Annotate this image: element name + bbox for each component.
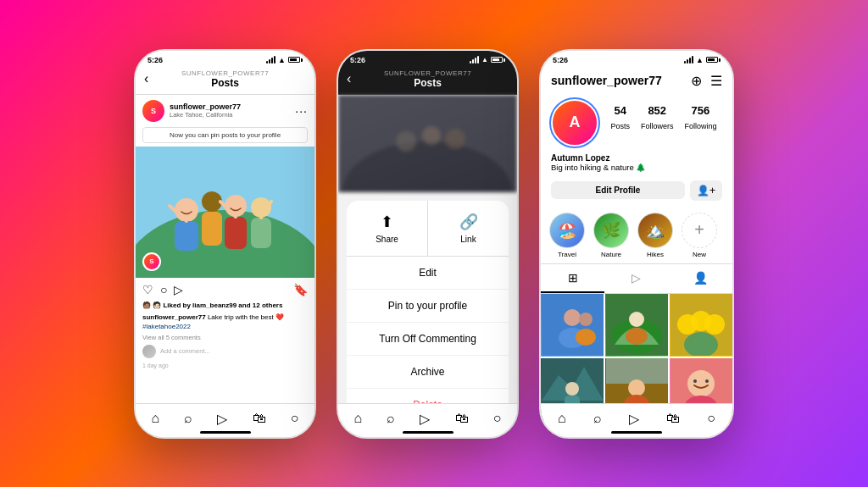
nav-reels-2[interactable]: ▷ <box>420 411 430 427</box>
like-icon-1[interactable]: ♡ <box>142 283 153 296</box>
share-icon-1[interactable]: ▷ <box>174 283 183 296</box>
svg-point-30 <box>704 314 725 335</box>
caption-user-1[interactable]: sunflower_power77 <box>142 313 206 321</box>
context-commenting-btn[interactable]: Turn Off Commenting <box>347 323 509 356</box>
post-header-left-1: S sunflower_power77 Lake Tahoe, Californ… <box>142 100 241 122</box>
menu-icon-3[interactable]: ☰ <box>710 73 722 89</box>
highlight-circle-nature-3: 🌿 <box>593 213 629 248</box>
link-icon-2: 🔗 <box>459 213 478 231</box>
nav-reels-3[interactable]: ▷ <box>629 411 639 427</box>
nav-profile-3[interactable]: ○ <box>707 411 715 426</box>
context-share-btn[interactable]: ⬆ Share <box>347 201 428 256</box>
svg-point-19 <box>564 309 581 326</box>
time-1: 5:26 <box>147 56 163 64</box>
follow-suggestions-btn-3[interactable]: 👤+ <box>690 180 722 201</box>
bio-name-3: Autumn Lopez <box>551 153 722 163</box>
highlight-label-travel-3: Travel <box>558 251 576 258</box>
svg-point-43 <box>705 379 709 383</box>
blurred-overlay-2 <box>338 95 517 192</box>
context-pin-btn[interactable]: Pin to your profile <box>347 290 509 323</box>
post-avatar-1[interactable]: S <box>142 100 164 122</box>
highlight-new-3[interactable]: + New <box>682 213 717 258</box>
photo-cell-2[interactable] <box>605 294 668 357</box>
signal-bars-2 <box>470 56 479 64</box>
highlight-label-hikes-3: Hikes <box>647 251 664 258</box>
stat-followers-3[interactable]: 852 Followers <box>641 104 674 132</box>
edit-profile-btn-3[interactable]: Edit Profile <box>551 181 685 199</box>
back-arrow-2[interactable]: ‹ <box>347 71 351 86</box>
svg-point-22 <box>576 329 596 346</box>
time-2: 5:26 <box>350 56 365 64</box>
svg-rect-3 <box>175 221 198 251</box>
svg-point-26 <box>626 328 648 345</box>
nav-home-1[interactable]: ⌂ <box>152 411 160 426</box>
pin-notice-1: Now you can pin posts to your profile <box>142 127 308 143</box>
svg-rect-7 <box>225 217 247 249</box>
svg-point-15 <box>396 131 416 152</box>
hashtag-1[interactable]: #laketahoe2022 <box>142 323 191 330</box>
post-image-1: S <box>136 147 314 278</box>
post-image-svg-1 <box>136 147 314 278</box>
context-archive-btn[interactable]: Archive <box>347 356 509 389</box>
highlight-travel-3[interactable]: 🏖️ Travel <box>549 213 585 258</box>
bookmark-icon-1[interactable]: 🔖 <box>293 283 308 296</box>
profile-header-icons-3: ⊕ ☰ <box>691 73 722 89</box>
bio-text-3: Big into hiking & nature 🌲 <box>551 163 722 172</box>
nav-search-3[interactable]: ⌕ <box>593 411 602 426</box>
tab-tagged-3[interactable]: 👤 <box>669 264 732 293</box>
svg-point-25 <box>629 312 644 327</box>
highlight-nature-3[interactable]: 🌿 Nature <box>593 213 629 258</box>
nav-profile-2[interactable]: ○ <box>493 411 502 426</box>
back-arrow-1[interactable]: ‹ <box>144 71 148 86</box>
context-link-btn[interactable]: 🔗 Link <box>428 201 509 256</box>
photo-cell-3[interactable] <box>670 294 732 357</box>
context-edit-btn[interactable]: Edit <box>347 257 509 290</box>
comment-input-1[interactable]: Add a comment... <box>160 347 210 355</box>
page-header-content-1: SUNFLOWER_POWER77 Posts <box>181 69 269 89</box>
nav-shop-3[interactable]: 🛍 <box>666 411 680 426</box>
page-title-2: Posts <box>384 77 471 89</box>
nav-profile-1[interactable]: ○ <box>291 411 299 426</box>
add-post-icon-3[interactable]: ⊕ <box>691 73 702 89</box>
time-3: 5:26 <box>553 56 568 64</box>
nav-reels-1[interactable]: ▷ <box>217 411 227 427</box>
highlight-label-nature-3: Nature <box>601 251 621 258</box>
svg-point-2 <box>175 198 198 222</box>
stat-followers-num-3: 852 <box>641 104 674 117</box>
highlight-hikes-3[interactable]: 🏔️ Hikes <box>637 213 673 258</box>
nav-home-3[interactable]: ⌂ <box>558 411 566 426</box>
profile-bio-3: Autumn Lopez Big into hiking & nature 🌲 <box>541 153 732 177</box>
share-label-2: Share <box>376 235 398 244</box>
profile-stats-3: A 54 Posts 852 Followers 756 Following <box>541 92 732 153</box>
svg-rect-5 <box>202 212 222 246</box>
svg-point-40 <box>687 370 715 397</box>
image-avatar-1: S <box>142 252 161 271</box>
post-username-1[interactable]: sunflower_power77 <box>170 102 241 112</box>
battery-2 <box>491 57 505 63</box>
nav-search-2[interactable]: ⌕ <box>387 411 395 426</box>
tab-reels-3[interactable]: ▷ <box>604 264 668 293</box>
profile-tabs-3: ⊞ ▷ 👤 <box>541 263 732 294</box>
phone-3: 5:26 ▲ sunflower_power77 ⊕ ☰ A 5 <box>539 49 734 439</box>
photo-cell-1[interactable] <box>541 294 604 357</box>
tab-grid-3[interactable]: ⊞ <box>541 264 604 293</box>
profile-avatar-3[interactable]: A <box>551 99 598 147</box>
photo-img-3 <box>670 294 732 357</box>
caption-text-1: Lake trip with the best ❤️ <box>206 313 284 321</box>
header-username-1: SUNFLOWER_POWER77 <box>181 69 269 77</box>
stats-row-3: 54 Posts 852 Followers 756 Following <box>605 104 722 132</box>
nav-shop-1[interactable]: 🛍 <box>253 411 266 426</box>
phone-2: 5:26 ▲ ‹ SUNFLOWER_POWER77 Posts <box>337 49 519 439</box>
nav-home-2[interactable]: ⌂ <box>354 411 363 426</box>
post-options-1[interactable]: ··· <box>295 104 308 118</box>
view-comments-1[interactable]: View all 5 comments <box>136 333 314 342</box>
post-actions-1: ♡ ○ ▷ 🔖 <box>136 278 314 302</box>
svg-point-17 <box>445 129 465 149</box>
nav-shop-2[interactable]: 🛍 <box>455 411 469 426</box>
svg-point-37 <box>628 379 645 396</box>
stat-following-3[interactable]: 756 Following <box>684 104 716 132</box>
comment-icon-1[interactable]: ○ <box>160 283 167 296</box>
nav-search-1[interactable]: ⌕ <box>184 411 192 426</box>
status-icons-2: ▲ <box>470 56 505 64</box>
blurred-post-2 <box>338 95 517 192</box>
